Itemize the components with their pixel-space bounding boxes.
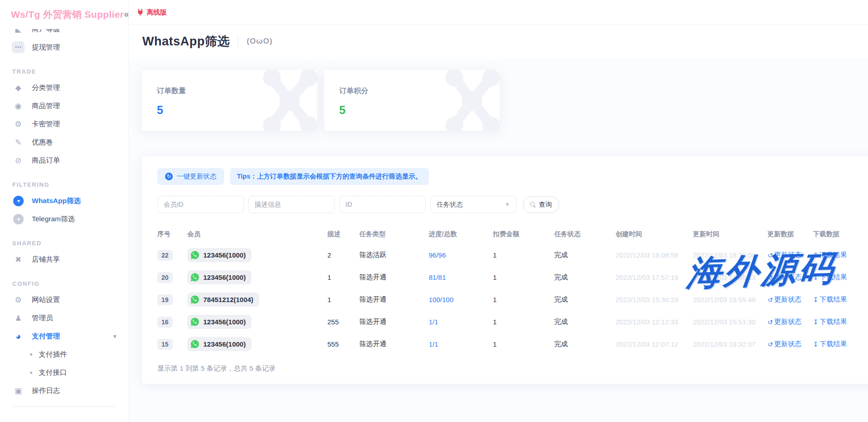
sidebar-item-operation-log[interactable]: ▣ 操作日志 <box>0 382 128 400</box>
sidebar-item-shop-share[interactable]: ✖ 店铺共享 <box>0 250 128 268</box>
task-status-select[interactable]: 任务状态 ▼ <box>430 196 517 213</box>
sidebar-item-label: 支付管理 <box>32 332 60 341</box>
orders-table: 序号 会员 描述 任务类型 进度/总数 扣费金额 任务状态 创建时间 更新时间 … <box>157 224 864 355</box>
member-id-label: 123456(1000) <box>203 340 246 348</box>
table-row: 20 123456(1000) <box>157 266 864 288</box>
operation-log-icon: ▣ <box>12 385 25 397</box>
status-cell: 完成 <box>554 333 616 355</box>
member-pill[interactable]: 78451212(1004) <box>187 293 259 307</box>
section-title-filtering: FILTERING <box>12 181 128 188</box>
telegram-filter-icon: ➤ <box>13 214 24 224</box>
sidebar-item-site-settings[interactable]: ⚙ 网站设置 <box>0 291 128 309</box>
col-task-type: 任务类型 <box>359 224 429 244</box>
payment-pie-icon: ◕ <box>12 330 25 342</box>
download-result-link[interactable]: ↧下载结果 <box>813 251 847 259</box>
member-id-label: 123456(1000) <box>203 273 246 281</box>
sidebar-item-payment-api[interactable]: 支付接口 <box>0 363 128 382</box>
progress-cell: 1/1 <box>429 311 493 333</box>
update-status-link[interactable]: ↺更新状态 <box>768 251 802 259</box>
update-status-link[interactable]: ↺更新状态 <box>768 273 802 282</box>
update-status-link[interactable]: ↺更新状态 <box>768 340 802 348</box>
desc-cell: 1 <box>327 266 359 288</box>
seq-badge: 19 <box>157 294 173 305</box>
sidebar-item-payment-plugin[interactable]: 支付插件 <box>0 345 128 363</box>
member-pill[interactable]: 123456(1000) <box>187 248 251 262</box>
progress-cell: 100/100 <box>429 288 493 311</box>
update-status-link[interactable]: ↺更新状态 <box>768 295 802 304</box>
sidebar-item-coupon[interactable]: ✎ 优惠卷 <box>0 133 128 151</box>
download-result-link[interactable]: ↧下载结果 <box>813 273 847 282</box>
orders-panel: ↻ 一键更新状态 Tips：上方订单数据显示会根据下方的查询条件进行筛选显示。 … <box>142 156 868 384</box>
section-title-config: CONFIG <box>12 280 128 287</box>
download-result-link[interactable]: ↧下载结果 <box>813 318 847 326</box>
download-result-link[interactable]: ↧下载结果 <box>813 295 847 304</box>
sidebar-item-label: 操作日志 <box>32 386 60 396</box>
status-cell: 完成 <box>554 288 616 311</box>
col-fee: 扣费金额 <box>493 224 554 244</box>
status-cell: 完成 <box>554 311 616 333</box>
page-emoticon: (OωO) <box>246 37 272 46</box>
created-time-cell: 2022/12/03 18:08:58 <box>616 244 693 266</box>
category-icon: ◆ <box>12 82 25 94</box>
id-input[interactable] <box>339 196 426 213</box>
fee-cell: 1 <box>493 266 554 288</box>
app-logo: Ws/Tg 外贸营销 Supplier <box>11 8 124 21</box>
sidebar-item-label: 优惠卷 <box>32 138 53 147</box>
description-input[interactable] <box>248 196 335 213</box>
table-row: 16 123456(1000) <box>157 311 864 333</box>
sidebar-collapse-icon[interactable]: « <box>124 9 129 20</box>
sidebar-item-label: 支付接口 <box>39 368 67 377</box>
bullet-dot-icon <box>30 372 32 374</box>
sidebar-item-payment-mgmt[interactable]: ◕ 支付管理 ▾ <box>0 327 128 345</box>
whatsapp-icon <box>190 250 200 260</box>
stat-card-order-count: 订单数量 5 <box>142 70 317 131</box>
download-result-link[interactable]: ↧下载结果 <box>813 340 847 348</box>
col-member: 会员 <box>187 224 327 244</box>
table-header-row: 序号 会员 描述 任务类型 进度/总数 扣费金额 任务状态 创建时间 更新时间 … <box>157 224 864 244</box>
created-time-cell: 2022/12/03 12:07:12 <box>616 333 693 355</box>
search-icon <box>530 202 536 208</box>
orders-icon: ⊘ <box>12 154 25 166</box>
chevron-down-icon: ▼ <box>505 201 510 208</box>
whatsapp-icon <box>190 295 200 304</box>
col-updated: 更新时间 <box>693 224 768 244</box>
whatsapp-filter-icon: ➤ <box>13 196 24 206</box>
update-status-link[interactable]: ↺更新状态 <box>768 318 802 326</box>
table-body: 22 123456(1000) <box>157 244 864 355</box>
sidebar-item-cardkey[interactable]: ⚙ 卡密管理 <box>0 115 128 133</box>
title-divider <box>238 35 238 47</box>
update-all-status-button[interactable]: ↻ 一键更新状态 <box>157 168 224 185</box>
member-pill[interactable]: 123456(1000) <box>187 337 251 351</box>
member-pill[interactable]: 123456(1000) <box>187 315 251 329</box>
task-status-value: 任务状态 <box>437 200 463 209</box>
sidebar-item-label: 商品订单 <box>32 156 60 165</box>
sidebar-item-withdraw[interactable]: ⋯ 提现管理 <box>0 38 128 56</box>
sidebar-item-telegram-filter[interactable]: ➤ Telegram筛选 <box>0 210 128 228</box>
offline-version-badge[interactable]: 离线版 <box>137 8 167 17</box>
plug-icon <box>137 9 144 16</box>
bullet-dot-icon <box>30 353 32 356</box>
panel-toolbar: ↻ 一键更新状态 Tips：上方订单数据显示会根据下方的查询条件进行筛选显示。 <box>157 168 864 185</box>
sidebar-item-label: 网站设置 <box>32 295 60 305</box>
coupon-icon: ✎ <box>12 136 25 148</box>
sidebar-item-orders[interactable]: ⊘ 商品订单 <box>0 151 128 169</box>
created-time-cell: 2022/12/03 15:30:23 <box>616 288 693 311</box>
fee-cell: 1 <box>493 311 554 333</box>
stat-card-order-points: 订单积分 5 <box>324 70 500 131</box>
member-id-label: 78451212(1004) <box>203 296 253 303</box>
whatsapp-icon <box>190 273 200 282</box>
seq-badge: 16 <box>157 317 173 328</box>
member-id-label: 123456(1000) <box>203 318 246 326</box>
refresh-icon: ↺ <box>768 341 773 348</box>
task-type-cell: 筛选开通 <box>359 333 429 355</box>
task-type-cell: 筛选开通 <box>359 311 429 333</box>
sidebar-item-goods[interactable]: ◉ 商品管理 <box>0 97 128 115</box>
member-id-input[interactable] <box>157 196 244 213</box>
member-pill[interactable]: 123456(1000) <box>187 270 251 284</box>
sidebar-item-category[interactable]: ◆ 分类管理 <box>0 79 128 97</box>
desc-cell: 255 <box>327 311 359 333</box>
sidebar-item-admins[interactable]: ♟ 管理员 <box>0 309 128 327</box>
chevron-down-icon[interactable]: ▾ <box>113 333 116 340</box>
search-button[interactable]: 查询 <box>523 196 559 213</box>
sidebar-item-whatsapp-filter[interactable]: ➤ WhatsApp筛选 <box>0 192 128 210</box>
